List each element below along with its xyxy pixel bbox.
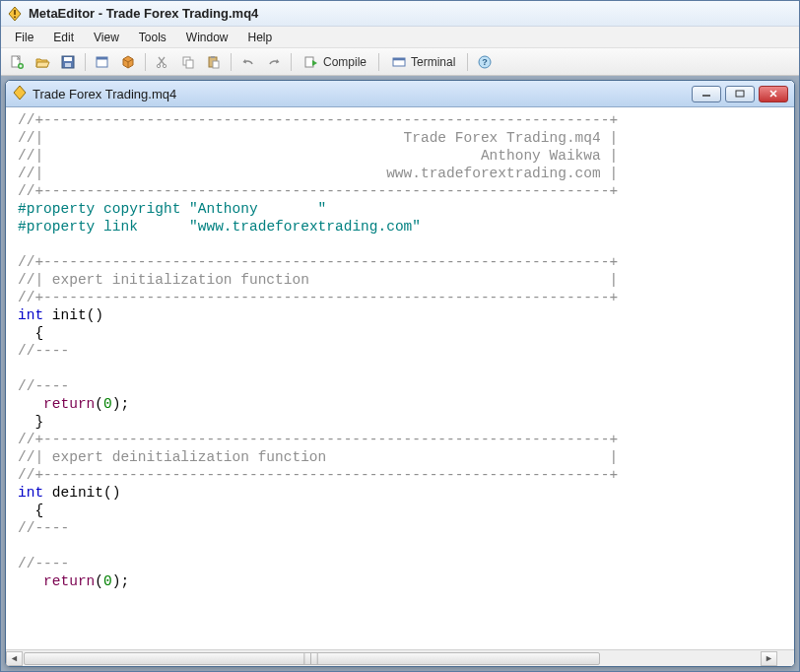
- save-button[interactable]: [56, 51, 80, 73]
- svg-marker-21: [243, 59, 247, 64]
- redo-button[interactable]: [262, 51, 286, 73]
- scroll-track[interactable]: │││: [23, 651, 761, 666]
- navigator-button[interactable]: [91, 51, 114, 73]
- svg-marker-22: [276, 59, 280, 64]
- svg-rect-20: [213, 61, 219, 68]
- mdi-client-area: Trade Forex Trading.mq4 //+-------------…: [1, 76, 799, 671]
- child-window-title-bar: Trade Forex Trading.mq4: [6, 81, 794, 107]
- horizontal-scrollbar[interactable]: ◄ │││ ►: [6, 649, 794, 666]
- toolbar-separator: [231, 53, 232, 71]
- toolbar-separator: [291, 53, 292, 71]
- menu-edit[interactable]: Edit: [43, 28, 84, 47]
- svg-marker-29: [14, 86, 26, 100]
- svg-rect-2: [14, 16, 16, 18]
- cut-button[interactable]: [151, 51, 174, 73]
- app-file: Trade Forex Trading.mq4: [106, 6, 259, 21]
- open-file-button[interactable]: [31, 51, 54, 73]
- file-icon: [12, 85, 28, 103]
- app-title-bar: MetaEditor - Trade Forex Trading.mq4: [1, 1, 799, 27]
- scroll-right-arrow[interactable]: ►: [761, 651, 777, 666]
- menu-tools[interactable]: Tools: [129, 28, 176, 47]
- menu-help[interactable]: Help: [238, 28, 283, 47]
- compile-label: Compile: [323, 55, 367, 69]
- terminal-label: Terminal: [411, 55, 455, 69]
- maximize-button[interactable]: [725, 86, 755, 102]
- toolbar-separator: [145, 53, 146, 71]
- toolbox-button[interactable]: [116, 51, 140, 73]
- minimize-button[interactable]: [692, 86, 721, 102]
- svg-rect-11: [97, 57, 107, 60]
- help-button[interactable]: ?: [473, 51, 497, 73]
- paste-button[interactable]: [202, 51, 226, 73]
- svg-rect-17: [186, 60, 193, 68]
- svg-rect-1: [14, 10, 16, 15]
- close-button[interactable]: [759, 86, 788, 102]
- copy-button[interactable]: [176, 51, 200, 73]
- svg-text:?: ?: [483, 57, 489, 67]
- svg-marker-24: [312, 60, 317, 66]
- svg-rect-8: [64, 57, 72, 61]
- terminal-button[interactable]: Terminal: [384, 51, 462, 73]
- toolbar-separator: [467, 53, 468, 71]
- svg-rect-31: [736, 91, 744, 97]
- child-window-filename: Trade Forex Trading.mq4: [33, 87, 687, 101]
- app-name: MetaEditor: [29, 6, 95, 21]
- scroll-left-arrow[interactable]: ◄: [6, 651, 23, 666]
- svg-rect-19: [211, 56, 215, 58]
- toolbar-separator: [85, 53, 86, 71]
- menu-window[interactable]: Window: [176, 28, 238, 47]
- svg-rect-23: [305, 57, 313, 67]
- editor-child-window: Trade Forex Trading.mq4 //+-------------…: [5, 80, 795, 667]
- svg-rect-9: [65, 63, 71, 67]
- undo-button[interactable]: [236, 51, 260, 73]
- compile-button[interactable]: Compile: [297, 51, 373, 73]
- toolbar: Compile Terminal ?: [1, 48, 799, 76]
- menu-file[interactable]: File: [5, 28, 43, 47]
- toolbar-separator: [378, 53, 379, 71]
- svg-rect-26: [393, 58, 405, 60]
- menu-bar: File Edit View Tools Window Help: [1, 27, 799, 48]
- menu-view[interactable]: View: [84, 28, 129, 47]
- scroll-thumb[interactable]: │││: [24, 652, 600, 665]
- new-file-button[interactable]: [5, 51, 29, 73]
- code-editor[interactable]: //+-------------------------------------…: [6, 107, 794, 649]
- app-icon: [7, 6, 23, 22]
